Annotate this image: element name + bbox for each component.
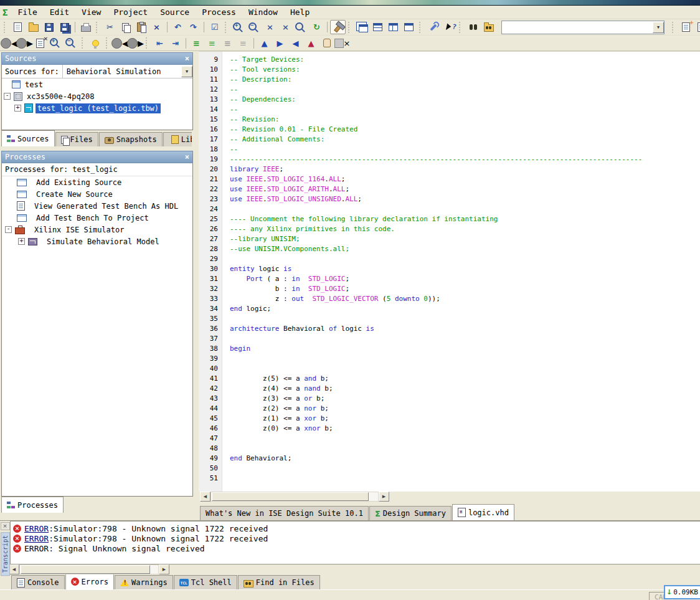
prev-bookmark-button[interactable]: ◀ [288, 36, 303, 50]
arrange-window-button[interactable] [401, 20, 417, 34]
console-output[interactable]: ERROR:Simulator:798 - Unknown signal 172… [10, 521, 700, 564]
search-combo-input[interactable] [502, 22, 653, 33]
next-bookmark-button[interactable]: ▶ [272, 36, 288, 50]
refresh-view-button[interactable]: ↻ [309, 20, 324, 34]
close-page-button[interactable]: × [32, 36, 48, 50]
console-tab-warnings[interactable]: Warnings [115, 575, 173, 589]
print-button[interactable] [78, 20, 93, 34]
save-button[interactable] [41, 20, 57, 34]
sources-tab-files[interactable]: Files [55, 132, 98, 146]
processes-item-xilinx-ise-simulator[interactable]: -Xilinx ISE Simulator [2, 224, 192, 236]
collapse-icon[interactable]: - [4, 93, 11, 100]
cascade-windows-button[interactable] [354, 20, 370, 34]
customize-toolbars-wrench-button[interactable] [425, 20, 441, 34]
toggle-bookmark-button[interactable]: ▲ [257, 36, 272, 50]
cut-button[interactable]: ✂ [102, 20, 118, 34]
copy-button[interactable] [118, 20, 133, 34]
nav-back-button[interactable]: ◀ [1, 36, 17, 50]
editor-horizontal-scrollbar[interactable]: ◀▶ [199, 492, 700, 502]
comment-selection-alt-button[interactable]: ≡ [220, 36, 235, 50]
paste-button[interactable] [133, 20, 149, 34]
scroll-left-button[interactable]: ◀ [200, 492, 210, 502]
indent-button[interactable]: ⇥ [168, 36, 183, 50]
sources-tab-snapshots[interactable]: Snapshots [99, 132, 163, 146]
menu-process[interactable]: Process [196, 6, 242, 18]
next-location-button[interactable]: ▶ [128, 36, 143, 50]
scroll-thumb[interactable] [21, 565, 150, 574]
delete-button[interactable]: × [149, 20, 164, 34]
uncomment-selection-alt-button[interactable]: ≡ [235, 36, 251, 50]
console-tab-find-in-files[interactable]: Find in Files [238, 575, 320, 589]
search-combo-dropdown-button[interactable]: ▼ [653, 22, 664, 33]
sources-item-xc3s500e-4pq208[interactable]: -xc3s500e-4pq208 [2, 90, 192, 102]
editor-tab-what-s-new-in-ise-design-suite-10-1[interactable]: What's New in ISE Design Suite 10.1 [200, 506, 369, 520]
error-code-link[interactable]: ERROR [24, 534, 49, 543]
zoom-in-button[interactable] [231, 20, 247, 34]
search-combo[interactable]: ▼ [501, 21, 665, 34]
sources-for-dropdown[interactable]: Behavioral Simulation ▼ [63, 65, 192, 78]
processes-item-create-new-source[interactable]: Create New Source [2, 188, 192, 200]
console-tab-console[interactable]: Console [11, 575, 65, 589]
zoom-out-view-button[interactable] [64, 36, 79, 50]
edit-document-button[interactable]: / [694, 20, 700, 34]
menu-project[interactable]: Project [107, 6, 154, 18]
error-code-link[interactable]: ERROR [24, 524, 49, 533]
tile-vertically-button[interactable] [385, 20, 401, 34]
zoom-point-button[interactable] [293, 20, 309, 34]
scroll-right-button[interactable]: ▶ [159, 564, 169, 574]
sources-tab-libraries[interactable]: Libraries [163, 132, 192, 146]
menu-view[interactable]: View [75, 6, 107, 18]
zoom-box-button[interactable]: × [278, 20, 293, 34]
zoom-full-view-button[interactable]: × [262, 20, 278, 34]
menu-edit[interactable]: Edit [44, 6, 75, 18]
undo-button[interactable]: ↶ [170, 20, 186, 34]
open-file-button[interactable] [26, 20, 41, 34]
menu-help[interactable]: Help [284, 6, 316, 18]
no-tool-button[interactable]: × [334, 36, 350, 50]
console-tab-errors[interactable]: Errors [65, 574, 114, 589]
scroll-track[interactable] [19, 564, 159, 574]
processes-close-button[interactable]: × [185, 153, 189, 161]
zoom-in-view-button[interactable] [48, 36, 64, 50]
sources-tab-sources[interactable]: Sources [1, 130, 55, 146]
expand-icon[interactable]: + [18, 238, 25, 245]
new-file-button[interactable] [10, 20, 26, 34]
processes-bottom-tab[interactable]: Processes [1, 497, 64, 513]
uncomment-selection-button[interactable]: ≡ [204, 36, 220, 50]
processes-item-add-existing-source[interactable]: Add Existing Source [2, 176, 192, 188]
context-help-button[interactable] [441, 20, 456, 34]
code-editor[interactable]: 9-- Target Devices: 10-- Tool versions: … [199, 51, 700, 492]
scroll-right-button[interactable]: ▶ [379, 492, 389, 502]
expand-icon[interactable]: + [14, 105, 21, 112]
scroll-thumb[interactable] [212, 492, 369, 501]
implement-design-hammer-button[interactable] [330, 20, 346, 34]
redo-button[interactable]: ↷ [186, 20, 201, 34]
clear-bookmarks-button[interactable]: ▲ [303, 36, 319, 50]
new-document-button[interactable]: + [678, 20, 694, 34]
toggle-option-button[interactable]: ☑ [207, 20, 222, 34]
save-all-button[interactable] [57, 20, 72, 34]
find-button[interactable] [465, 20, 481, 34]
pan-hand-button[interactable] [319, 36, 334, 50]
processes-item-view-generated-test-bench-as-hdl[interactable]: View Generated Test Bench As HDL [2, 200, 192, 212]
scroll-track[interactable] [210, 492, 379, 502]
tips-lightbulb-button[interactable] [88, 36, 103, 50]
comment-selection-button[interactable]: ≡ [189, 36, 204, 50]
dropdown-arrow-icon[interactable]: ▼ [181, 66, 192, 77]
sources-item-test[interactable]: test [2, 79, 192, 90]
processes-item-simulate-behavioral-model[interactable]: +Simulate Behavioral Model [2, 236, 192, 247]
console-tab-tcl-shell[interactable]: Tcl Shell [174, 575, 237, 589]
find-in-files-button[interactable] [481, 20, 496, 34]
collapse-icon[interactable]: - [5, 226, 12, 233]
menu-source[interactable]: Source [154, 6, 196, 18]
editor-tab-design-summary[interactable]: ΣDesign Summary [369, 506, 452, 520]
unindent-button[interactable]: ⇤ [152, 36, 168, 50]
scroll-left-button[interactable]: ◀ [9, 564, 19, 574]
sources-close-button[interactable]: × [185, 54, 189, 63]
menu-file[interactable]: File [11, 6, 43, 18]
prev-location-button[interactable]: ◀ [112, 36, 128, 50]
sources-item-test-logic-test-logic-tbw[interactable]: +test_logic (test_logic.tbw) [2, 102, 192, 114]
processes-item-add-test-bench-to-project[interactable]: Add Test Bench To Project [2, 212, 192, 224]
transcript-close-button[interactable]: × [1, 522, 10, 530]
zoom-out-button[interactable] [247, 20, 262, 34]
